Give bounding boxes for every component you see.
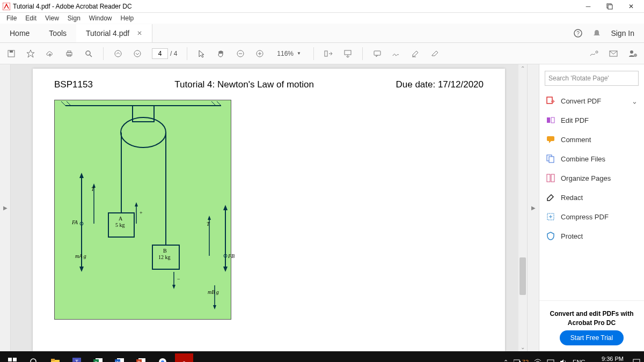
clock[interactable]: 9:36 PM 15/12/2020 [591,356,627,362]
minimize-button[interactable]: ─ [577,0,599,13]
word-icon[interactable]: W [111,353,129,362]
zoom-dropdown[interactable]: 116%▼ [274,48,304,59]
svg-text:P: P [137,360,140,362]
tool-compress-pdf[interactable]: Compress PDF [539,207,644,226]
fit-page-icon[interactable] [343,49,353,58]
svg-rect-34 [133,106,154,122]
toolbar: / 4 116%▼ [0,43,644,64]
print-icon[interactable] [64,49,74,58]
svg-rect-63 [549,157,554,162]
page-up-icon[interactable] [113,49,123,58]
menu-sign[interactable]: Sign [63,13,85,23]
right-rail[interactable]: ▶ [527,64,539,351]
svg-marker-55 [208,216,211,220]
pdf-page: BSP1153 Tutorial 4: Newton's Law of moti… [33,69,505,351]
notifications-icon[interactable] [632,358,641,362]
erase-icon[interactable] [430,49,440,58]
tool-redact[interactable]: Redact [539,188,644,207]
start-free-trial-button[interactable]: Start Free Trial [560,330,624,345]
wifi-icon[interactable] [534,359,541,362]
start-button[interactable] [3,353,21,362]
tool-label: Organize Pages [561,174,611,182]
svg-rect-6 [10,50,13,53]
chevron-right-icon: ▶ [531,205,536,211]
tool-convert-pdf[interactable]: Convert PDF [539,91,644,110]
tab-document[interactable]: Tutorial 4.pdf ✕ [76,24,152,42]
scroll-thumb[interactable] [519,257,526,295]
zoom-in-icon[interactable] [255,49,265,58]
cloud-icon[interactable] [45,49,55,58]
svg-text:X: X [94,360,98,362]
tabbar: Home Tools Tutorial 4.pdf ✕ ? Sign In [0,24,644,43]
svg-marker-49 [172,285,175,289]
fig-B-label: B [163,248,167,254]
hand-icon[interactable] [216,49,226,58]
mail-icon[interactable] [609,49,618,58]
maximize-button[interactable] [599,0,620,13]
file-explorer-icon[interactable] [46,353,64,362]
fit-width-icon[interactable] [324,49,333,58]
volume-icon[interactable] [560,359,567,362]
save-icon[interactable] [6,49,16,58]
signin-button[interactable]: Sign In [611,29,634,38]
tool-label: Redact [561,194,583,202]
vertical-scrollbar[interactable]: ⌃ ⌄ [518,64,527,351]
page-down-icon[interactable] [133,49,142,58]
document-viewport[interactable]: BSP1153 Tutorial 4: Newton's Law of moti… [11,64,527,351]
sidebar-search[interactable]: Search 'Rotate Page' [545,71,639,86]
tool-protect[interactable]: Protect [539,226,644,246]
powerpoint-icon[interactable]: P [132,353,150,362]
tab-tools[interactable]: Tools [39,24,76,42]
tab-home[interactable]: Home [0,24,39,42]
tool-combine-files[interactable]: Combine Files [539,149,644,168]
svg-text:?: ? [577,31,580,36]
close-button[interactable]: ✕ [620,0,642,13]
comment-icon[interactable] [372,49,382,58]
svg-marker-51 [223,205,228,210]
taskbar-search-icon[interactable] [25,353,43,362]
svg-line-11 [90,55,92,57]
tool-organize-pages[interactable]: Organize Pages [539,168,644,188]
page-indicator: / 4 [152,48,177,59]
zoom-out-icon[interactable] [236,49,245,58]
tab-document-label: Tutorial 4.pdf [86,29,129,38]
menu-help[interactable]: Help [116,13,138,23]
tray-chevron-icon[interactable]: ⌃ [503,359,508,363]
pointer-icon[interactable] [197,49,207,58]
highlight-icon[interactable] [411,49,421,58]
star-icon[interactable] [26,49,35,58]
tool-edit-pdf[interactable]: Edit PDF [539,110,644,130]
svg-marker-52 [223,267,228,272]
people-icon[interactable] [628,49,638,58]
excel-icon[interactable]: X [89,353,107,362]
zoom-value: 116% [277,50,294,57]
bell-icon[interactable] [592,29,601,38]
menu-edit[interactable]: Edit [21,13,41,23]
page-current-input[interactable] [152,48,168,59]
left-rail[interactable]: ▶ [0,64,11,351]
project-icon[interactable] [547,359,554,362]
sign-icon[interactable] [392,49,401,58]
share-sign-icon[interactable] [589,49,599,58]
search-icon[interactable] [84,49,93,58]
chevron-right-icon: ▶ [3,205,8,211]
tool-label: Compress PDF [561,213,609,221]
tool-comment[interactable]: Comment [539,130,644,149]
menu-file[interactable]: File [2,13,21,23]
scroll-down-icon[interactable]: ⌄ [518,344,527,350]
scroll-up-icon[interactable]: ⌃ [518,65,527,71]
acrobat-taskbar-icon[interactable] [175,353,193,362]
fig-minus: − [177,276,180,282]
chrome-icon[interactable] [153,353,172,362]
window-title: Tutorial 4.pdf - Adobe Acrobat Reader DC [13,3,577,10]
svg-rect-60 [551,117,554,123]
menu-view[interactable]: View [41,13,63,23]
teams-icon[interactable]: T [68,353,86,362]
help-icon[interactable]: ? [573,28,583,38]
battery-icon[interactable]: 72 [514,359,529,362]
menu-window[interactable]: Window [85,13,116,23]
tab-close-icon[interactable]: ✕ [137,29,142,37]
tools-list: Convert PDF Edit PDF Comment Combine Fil… [539,91,644,300]
language-indicator[interactable]: ENG [573,359,586,362]
fig-A-label: A [119,216,122,221]
